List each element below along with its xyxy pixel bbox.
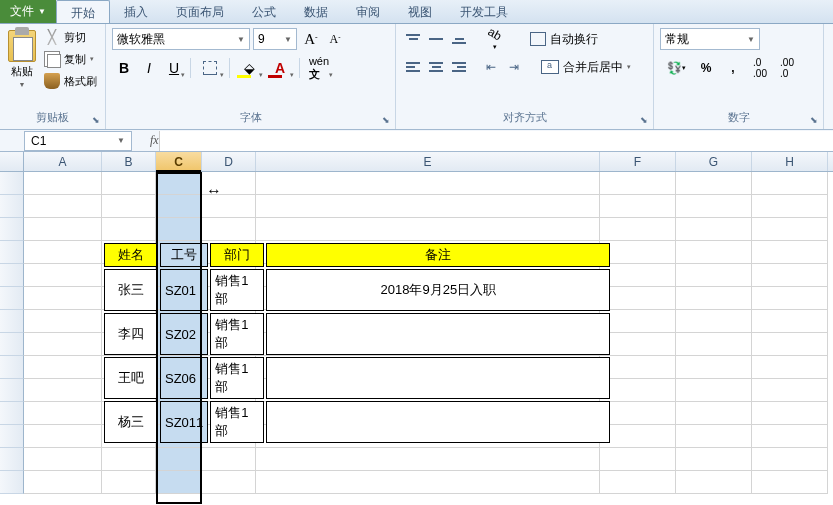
row-header[interactable] <box>0 333 24 356</box>
column-header-G[interactable]: G <box>676 152 752 171</box>
increase-decimal-button[interactable]: .0.00 <box>747 56 773 80</box>
column-header-D[interactable]: D <box>202 152 256 171</box>
italic-button[interactable]: I <box>137 56 161 80</box>
cell[interactable] <box>752 264 828 287</box>
column-header-H[interactable]: H <box>752 152 828 171</box>
cell[interactable] <box>600 218 676 241</box>
border-button[interactable]: ▾ <box>195 56 225 80</box>
number-format-combo[interactable]: 常规 ▼ <box>660 28 760 50</box>
cell[interactable] <box>600 471 676 494</box>
cell[interactable] <box>156 471 202 494</box>
cell[interactable] <box>600 195 676 218</box>
cell[interactable] <box>102 471 156 494</box>
cell[interactable] <box>752 287 828 310</box>
decrease-decimal-button[interactable]: .00.0 <box>774 56 800 80</box>
cell[interactable] <box>752 195 828 218</box>
column-header-E[interactable]: E <box>256 152 600 171</box>
fx-icon[interactable]: fx <box>150 133 159 148</box>
cell[interactable] <box>752 356 828 379</box>
cells[interactable]: 姓名工号部门备注张三SZ01销售1部2018年9月25日入职李四SZ02销售1部… <box>24 172 833 494</box>
cell[interactable] <box>102 218 156 241</box>
cell[interactable] <box>102 448 156 471</box>
cell[interactable] <box>256 195 600 218</box>
font-color-button[interactable]: A ▾ <box>265 56 295 80</box>
table-header-cell[interactable]: 工号 <box>160 243 208 267</box>
cell[interactable] <box>752 333 828 356</box>
merge-center-button[interactable]: 合并后居中 ▾ <box>535 57 637 78</box>
table-cell[interactable]: 王吧 <box>104 357 158 399</box>
cell[interactable] <box>676 356 752 379</box>
row-header[interactable] <box>0 402 24 425</box>
copy-button[interactable]: 复制 ▾ <box>42 50 99 68</box>
cell[interactable] <box>676 241 752 264</box>
clipboard-launcher[interactable]: ⬊ <box>89 113 103 127</box>
bold-button[interactable]: B <box>112 56 136 80</box>
row-header[interactable] <box>0 310 24 333</box>
table-cell[interactable]: SZ02 <box>160 313 208 355</box>
cell[interactable] <box>752 310 828 333</box>
number-launcher[interactable]: ⬊ <box>807 113 821 127</box>
row-header[interactable] <box>0 287 24 310</box>
row-header[interactable] <box>0 471 24 494</box>
table-cell[interactable]: 杨三 <box>104 401 158 443</box>
tab-review[interactable]: 审阅 <box>342 0 394 23</box>
cell[interactable] <box>24 287 102 310</box>
cell[interactable] <box>202 448 256 471</box>
cell[interactable] <box>676 379 752 402</box>
cell[interactable] <box>676 218 752 241</box>
table-cell[interactable]: SZ011 <box>160 401 208 443</box>
tab-insert[interactable]: 插入 <box>110 0 162 23</box>
tab-view[interactable]: 视图 <box>394 0 446 23</box>
font-launcher[interactable]: ⬊ <box>379 113 393 127</box>
paste-button[interactable]: 粘贴 ▼ <box>6 28 38 90</box>
cell[interactable] <box>24 218 102 241</box>
font-name-combo[interactable]: 微软雅黑 ▼ <box>112 28 250 50</box>
cell[interactable] <box>202 195 256 218</box>
cell[interactable] <box>676 287 752 310</box>
cell[interactable] <box>676 402 752 425</box>
table-cell[interactable]: 张三 <box>104 269 158 311</box>
align-middle-button[interactable] <box>425 28 447 50</box>
row-header[interactable] <box>0 448 24 471</box>
cell[interactable] <box>202 172 256 195</box>
cell[interactable] <box>752 172 828 195</box>
cell[interactable] <box>156 448 202 471</box>
align-top-button[interactable] <box>402 28 424 50</box>
table-cell[interactable]: SZ06 <box>160 357 208 399</box>
cell[interactable] <box>752 471 828 494</box>
cell[interactable] <box>24 471 102 494</box>
cell[interactable] <box>752 218 828 241</box>
table-header-cell[interactable]: 备注 <box>266 243 610 267</box>
cell[interactable] <box>24 264 102 287</box>
row-header[interactable] <box>0 425 24 448</box>
cell[interactable] <box>24 310 102 333</box>
table-cell[interactable]: 销售1部 <box>210 357 264 399</box>
cell[interactable] <box>676 195 752 218</box>
cell[interactable] <box>676 448 752 471</box>
cell[interactable] <box>752 425 828 448</box>
row-header[interactable] <box>0 241 24 264</box>
underline-button[interactable]: U▾ <box>162 56 186 80</box>
cell[interactable] <box>676 471 752 494</box>
table-cell[interactable] <box>266 313 610 355</box>
cell[interactable] <box>256 218 600 241</box>
cell[interactable] <box>156 172 202 195</box>
cell[interactable] <box>676 310 752 333</box>
table-cell[interactable]: 销售1部 <box>210 313 264 355</box>
tab-data[interactable]: 数据 <box>290 0 342 23</box>
select-all-corner[interactable] <box>0 152 24 171</box>
cell[interactable] <box>24 333 102 356</box>
font-size-combo[interactable]: 9 ▼ <box>253 28 297 50</box>
cell[interactable] <box>24 425 102 448</box>
cell[interactable] <box>752 448 828 471</box>
comma-button[interactable]: , <box>720 56 746 80</box>
cell[interactable] <box>600 448 676 471</box>
row-header[interactable] <box>0 379 24 402</box>
cell[interactable] <box>156 218 202 241</box>
cell[interactable] <box>676 172 752 195</box>
decrease-indent-button[interactable]: ⇤ <box>480 56 502 78</box>
row-header[interactable] <box>0 195 24 218</box>
increase-font-button[interactable]: Aˆ <box>300 28 322 50</box>
phonetic-button[interactable]: wén文 ▾ <box>304 56 334 80</box>
percent-button[interactable]: % <box>693 56 719 80</box>
